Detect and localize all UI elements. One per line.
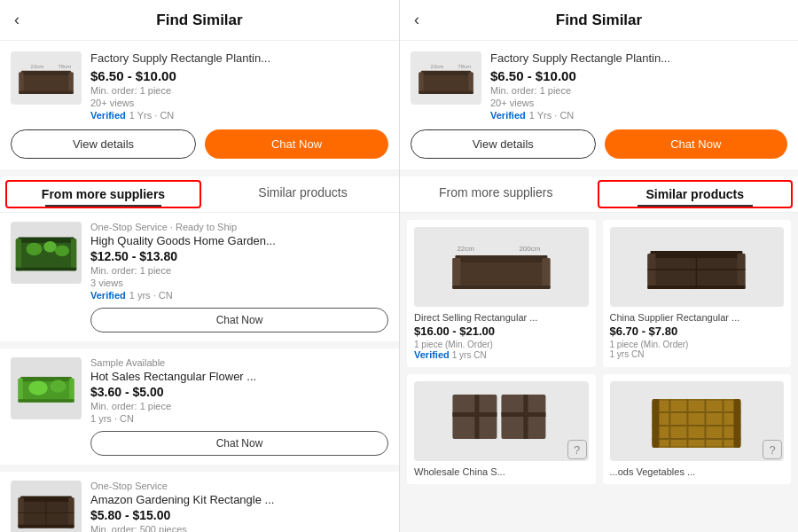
verified-detail-left: 1 Yrs · CN [129, 110, 175, 121]
grid-price-2: $6.70 - $7.80 [610, 325, 785, 338]
svg-text:22cm: 22cm [431, 63, 444, 69]
list-item-1-info: One-Stop Service · Ready to Ship High Qu… [90, 222, 388, 332]
svg-rect-11 [16, 268, 76, 271]
svg-rect-38 [452, 258, 460, 289]
svg-rect-32 [468, 72, 473, 94]
product-image-right: 22cm 79cm [411, 51, 481, 105]
svg-rect-19 [19, 399, 74, 403]
svg-rect-1 [21, 71, 71, 75]
back-button-right[interactable]: ‹ [414, 11, 419, 29]
grid-item-1: 22cm 200cm Direct Selling Rectangular ..… [407, 220, 596, 367]
svg-rect-8 [19, 237, 74, 242]
chat-now-button-left[interactable]: Chat Now [205, 129, 388, 159]
list-item-3-info: One-Stop Service Amazon Gardening Kit Re… [90, 481, 388, 532]
featured-minorder-left: Min. order: 1 piece [90, 85, 388, 96]
svg-rect-18 [69, 379, 74, 403]
list-item-3: One-Stop Service Amazon Gardening Kit Re… [0, 472, 399, 532]
tabs-right: From more suppliers Similar products [400, 176, 798, 213]
panel-right: ‹ Find Similar 22cm 79cm Factory Supply … [399, 0, 798, 532]
svg-point-14 [55, 245, 69, 256]
svg-rect-31 [419, 72, 423, 94]
featured-product-info-left: Factory Supply Rectangle Plantin... $6.5… [90, 51, 388, 121]
tab-similar-products-right[interactable]: Similar products [598, 180, 794, 208]
svg-text:22cm: 22cm [457, 245, 474, 253]
list-item-1-chat-button[interactable]: Chat Now [90, 308, 388, 332]
featured-product-right: 22cm 79cm Factory Supply Rectangle Plant… [400, 41, 798, 169]
product-image-left: 22cm 79cm [11, 51, 82, 105]
verified-badge-right: Verified [490, 110, 526, 121]
list-item-2: Sample Available Hot Sales Rectangular F… [0, 348, 399, 465]
verified-badge-left: Verified [90, 110, 126, 121]
svg-point-20 [28, 380, 48, 395]
list-item-3-minorder: Min. order: 500 pieces [90, 524, 388, 532]
svg-rect-54 [474, 395, 479, 439]
grid-img-2 [610, 227, 785, 307]
featured-product-info-right: Factory Supply Rectangle Plantin... $6.5… [490, 51, 787, 121]
svg-rect-39 [542, 258, 550, 289]
question-icon-grid-3[interactable]: ? [567, 440, 587, 459]
list-item-1-verified-detail: 1 yrs · CN [129, 290, 173, 301]
svg-rect-9 [16, 239, 21, 270]
svg-rect-37 [455, 255, 547, 262]
list-item-3-name: Amazon Gardening Kit Rectangle ... [90, 493, 286, 506]
svg-point-13 [43, 241, 56, 253]
featured-name-right: Factory Supply Rectangle Plantin... [490, 51, 703, 65]
grid-img-1: 22cm 200cm [414, 227, 589, 307]
list-item-3-img [11, 481, 82, 532]
list-area-left: One-Stop Service · Ready to Ship High Qu… [0, 213, 399, 532]
back-button-left[interactable]: ‹ [14, 11, 20, 29]
chat-now-button-right[interactable]: Chat Now [605, 129, 788, 159]
grid-meta-2: 1 piece (Min. Order) [610, 340, 785, 349]
svg-rect-3 [68, 72, 73, 94]
list-item-2-info: Sample Available Hot Sales Rectangular F… [90, 357, 388, 456]
grid-name-4: ...ods Vegetables ... [610, 466, 785, 477]
featured-verified-left: Verified 1 Yrs · CN [90, 110, 388, 121]
view-details-button-right[interactable]: View details [411, 129, 596, 159]
svg-rect-29 [419, 72, 473, 94]
svg-rect-36 [452, 258, 550, 289]
grid-area-right: 22cm 200cm Direct Selling Rectangular ..… [400, 213, 798, 532]
svg-rect-16 [20, 377, 72, 381]
grid-verified-2: 1 yrs CN [610, 349, 785, 359]
featured-name-left: Factory Supply Rectangle Plantin... [90, 51, 303, 65]
grid-row-2: ? Wholesale China S... [407, 374, 791, 484]
svg-text:79cm: 79cm [458, 63, 471, 69]
grid-name-1: Direct Selling Rectangular ... [414, 312, 589, 323]
svg-rect-66 [734, 399, 741, 448]
list-item-2-chat-button[interactable]: Chat Now [90, 431, 388, 456]
list-item-1-views: 3 views [90, 278, 388, 288]
view-details-button-left[interactable]: View details [11, 129, 196, 159]
svg-point-21 [51, 380, 66, 393]
list-item-1: One-Stop Service · Ready to Ship High Qu… [0, 213, 399, 341]
grid-item-3: ? Wholesale China S... [407, 374, 596, 484]
featured-price-left: $6.50 - $10.00 [90, 68, 388, 83]
panel-left: ‹ Find Similar 22cm 79cm Factory Supply … [0, 0, 399, 532]
tab-more-suppliers-right[interactable]: From more suppliers [400, 176, 592, 212]
tab-more-suppliers-left[interactable]: From more suppliers [5, 180, 201, 208]
list-item-2-minorder: Min. order: 1 piece [90, 401, 388, 411]
grid-verified-1: Verified 1 yrs CN [414, 349, 589, 360]
list-item-2-img [11, 357, 82, 419]
grid-price-1: $16.00 - $21.00 [414, 325, 589, 338]
list-item-2-tag: Sample Available [90, 357, 388, 368]
grid-name-2: China Supplier Rectangular ... [610, 312, 785, 323]
svg-rect-46 [738, 254, 746, 289]
header-right: ‹ Find Similar [400, 0, 798, 41]
svg-rect-4 [19, 90, 73, 94]
grid-row-1: 22cm 200cm Direct Selling Rectangular ..… [407, 220, 791, 367]
list-item-1-minorder: Min. order: 1 piece [90, 265, 388, 276]
grid-meta-1: 1 piece (Min. Order) [414, 340, 589, 349]
list-item-1-price: $12.50 - $13.80 [90, 249, 388, 263]
featured-price-right: $6.50 - $10.00 [490, 68, 787, 83]
grid-verified-detail-2: 1 yrs CN [610, 349, 645, 359]
svg-text:79cm: 79cm [58, 63, 71, 69]
svg-rect-33 [419, 90, 473, 94]
svg-point-12 [27, 243, 43, 255]
header-title-left: Find Similar [156, 12, 242, 29]
list-item-1-verified-badge: Verified [90, 290, 126, 301]
svg-rect-2 [19, 72, 23, 94]
featured-product-left: 22cm 79cm Factory Supply Rectangle Plant… [0, 41, 399, 169]
list-item-1-verified: Verified 1 yrs · CN [90, 290, 388, 301]
tab-similar-products-left[interactable]: Similar products [207, 176, 399, 212]
question-icon-grid-4[interactable]: ? [763, 440, 782, 459]
